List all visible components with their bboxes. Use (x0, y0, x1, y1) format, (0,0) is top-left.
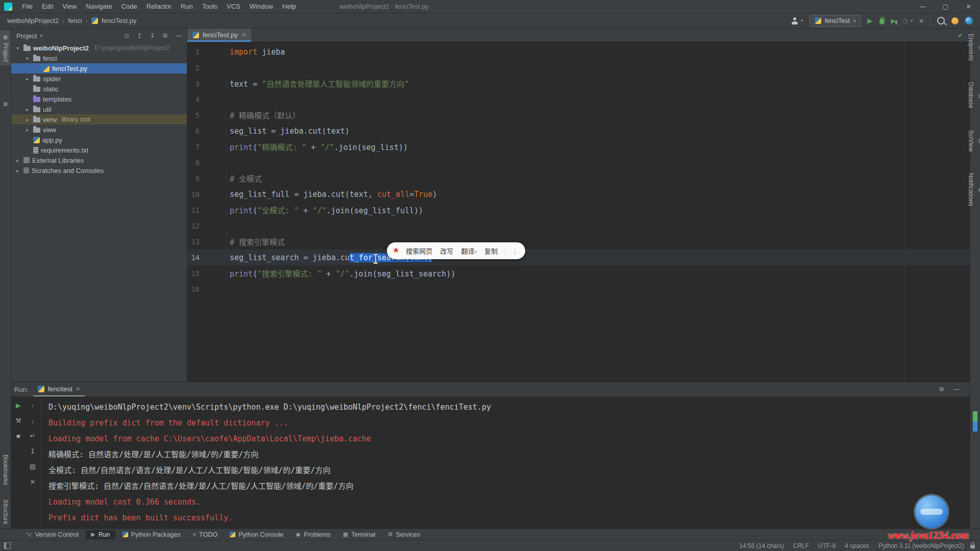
code-line-13[interactable]: 13# 搜索引擎模式 (187, 234, 970, 249)
tool-window-button-run[interactable]: ▶Run (86, 530, 115, 539)
tree-item-scratches-and-consoles[interactable]: ▸Scratches and Consoles (11, 165, 187, 176)
stop-icon[interactable]: ■ (16, 432, 20, 440)
code-line-7[interactable]: 7print("精确模式: " + "/".join(seg_list)) (187, 139, 970, 155)
popup-item-复制[interactable]: 复制 (484, 246, 498, 256)
run-button[interactable] (868, 17, 873, 24)
project-panel-title[interactable]: Project (16, 32, 37, 40)
tree-item-external-libraries[interactable]: ▸External Libraries (11, 155, 187, 165)
expand-all-icon[interactable] (150, 32, 155, 39)
menu-code[interactable]: Code (117, 0, 142, 13)
menu-window[interactable]: Window (245, 0, 278, 13)
tree-item-spider[interactable]: ▸spider (11, 73, 187, 84)
up-icon[interactable]: ↑ (31, 402, 35, 409)
gradient-ball-icon[interactable] (965, 17, 973, 24)
code-line-11[interactable]: 11print("全模式: " + "/".join(seg_list_full… (187, 202, 970, 218)
clear-icon[interactable]: ✕ (30, 478, 36, 486)
code-area[interactable]: 1import jieba23text = "自然语言处理是人工智能领域的重要方… (187, 42, 970, 382)
tree-item-view[interactable]: ▸view (11, 124, 187, 135)
popup-item-翻译[interactable]: 翻译 (461, 246, 477, 256)
tool-window-button-services[interactable]: ⚙Services (383, 530, 426, 539)
tool-stripe-sciview[interactable]: ▥SciView (967, 130, 980, 152)
status-4-spaces[interactable]: 4 spaces (845, 542, 869, 549)
menu-vcs[interactable]: VCS (222, 0, 245, 13)
tool-window-button-todo[interactable]: ≡TODO (188, 530, 223, 539)
tree-item-static[interactable]: static (11, 84, 187, 94)
hide-panel-icon[interactable] (176, 32, 182, 39)
tool-stripe-notifications[interactable]: ◉Notifications (967, 173, 980, 206)
tree-item-fencitest-py[interactable]: fenciTest.py (11, 63, 187, 73)
close-icon[interactable] (241, 32, 246, 38)
menu-navigate[interactable]: Navigate (81, 0, 116, 13)
tree-item-app-py[interactable]: app.py (11, 135, 187, 145)
tool-stripe-structure[interactable]: Structure (2, 499, 9, 524)
breadcrumb-fencitest-py[interactable]: fenciTest.py (102, 17, 137, 24)
code-line-1[interactable]: 1import jieba (187, 44, 970, 60)
tree-item-venv[interactable]: ▸venvlibrary root (11, 114, 187, 124)
minimize-button[interactable] (911, 0, 934, 13)
lock-icon[interactable] (970, 545, 975, 548)
popup-item-搜索网页[interactable]: 搜索网页 (406, 246, 432, 256)
commit-stripe-icon[interactable] (3, 101, 8, 107)
soft-wrap-icon[interactable]: ↵ (30, 432, 36, 440)
gear-icon[interactable] (162, 32, 168, 39)
tree-item-templates[interactable]: templates (11, 94, 187, 104)
run-with-coverage-button[interactable] (891, 17, 896, 24)
search-everywhere-icon[interactable] (937, 17, 945, 24)
code-line-9[interactable]: 9# 全模式 (187, 170, 970, 186)
status-14-55-14-chars[interactable]: 14:55 (14 chars) (739, 542, 783, 549)
breadcrumb-weibonlpproject2[interactable]: weiboNlpProject2 (7, 17, 59, 24)
print-icon[interactable]: ▤ (30, 463, 36, 470)
stop-button[interactable] (919, 17, 923, 24)
code-line-8[interactable]: 8 (187, 155, 970, 170)
code-line-4[interactable]: 4 (187, 91, 970, 107)
tab-fencitest-py[interactable]: fenciTest.py (187, 29, 251, 41)
tree-item-fenci[interactable]: ▾fenci (11, 53, 187, 63)
profiler-button[interactable] (902, 17, 908, 24)
tool-window-button-python-console[interactable]: Python Console (225, 530, 288, 539)
console-tab-fencitest[interactable]: fencitest (33, 382, 85, 396)
tree-item-requirements-txt[interactable]: requirements.txt (11, 145, 187, 155)
more-options-icon[interactable] (505, 247, 519, 255)
run-config-selector[interactable]: fenciTest (810, 15, 861, 27)
popup-item-改写[interactable]: 改写 (440, 246, 453, 256)
user-profile-icon[interactable] (791, 17, 798, 24)
tool-window-button-python-packages[interactable]: Python Packages (117, 530, 186, 539)
code-line-6[interactable]: 6seg_list = jieba.cut(text) (187, 123, 970, 139)
menu-help[interactable]: Help (278, 0, 301, 13)
tool-window-button-terminal[interactable]: ▦Terminal (338, 530, 381, 539)
collapse-all-icon[interactable] (137, 32, 142, 39)
tool-stripe-endpoints[interactable]: ◎Endpoints (967, 34, 980, 61)
menu-refactor[interactable]: Refactor (142, 0, 176, 13)
status-python-3-11-weibonlpproject2[interactable]: Python 3.11 (weiboNlpProject2) (878, 542, 964, 549)
code-line-12[interactable]: 12 (187, 218, 970, 234)
gear-icon[interactable] (939, 386, 944, 393)
code-line-5[interactable]: 5# 精确模式（默认） (187, 107, 970, 123)
code-line-10[interactable]: 10seg_list_full = jieba.cut(text, cut_al… (187, 186, 970, 202)
code-line-16[interactable]: 16 (187, 281, 970, 297)
scroll-end-icon[interactable]: ↧ (30, 447, 36, 455)
maximize-button[interactable] (934, 0, 957, 13)
select-opened-file-icon[interactable] (124, 32, 129, 39)
breadcrumb-fenci[interactable]: fenci (68, 17, 82, 24)
close-icon[interactable] (76, 386, 80, 392)
tool-stripe-bookmarks[interactable]: Bookmarks (2, 455, 9, 485)
tool-stripe-database[interactable]: ▤Database (967, 82, 980, 108)
tree-item-util[interactable]: ▸util (11, 104, 187, 114)
tool-stripe-project[interactable]: Project (0, 31, 11, 65)
status-crlf[interactable]: CRLF (793, 542, 809, 549)
down-icon[interactable]: ↓ (31, 417, 35, 424)
tree-item-weibonlpproject2[interactable]: ▾weiboNlpProject2D:\yuqing\weiboNlpProje… (11, 43, 187, 53)
status-utf-8[interactable]: UTF-8 (818, 542, 836, 549)
code-line-3[interactable]: 3text = "自然语言处理是人工智能领域的重要方向" (187, 76, 970, 91)
menu-run[interactable]: Run (176, 0, 198, 13)
debug-button[interactable] (879, 18, 885, 24)
menu-edit[interactable]: Edit (37, 0, 58, 13)
tool-window-button-version-control[interactable]: ⌥Version Control (20, 530, 84, 539)
rerun-icon[interactable]: ▶ (16, 402, 21, 409)
tool-window-toggle-icon[interactable] (4, 542, 11, 549)
code-line-15[interactable]: 15print("搜索引擎模式: " + "/".join(seg_list_s… (187, 265, 970, 281)
code-line-14[interactable]: 14seg_list_search = jieba.cut_for_search… (187, 249, 970, 265)
close-button[interactable] (957, 0, 980, 13)
hide-console-icon[interactable] (953, 386, 960, 393)
code-line-2[interactable]: 2 (187, 60, 970, 76)
